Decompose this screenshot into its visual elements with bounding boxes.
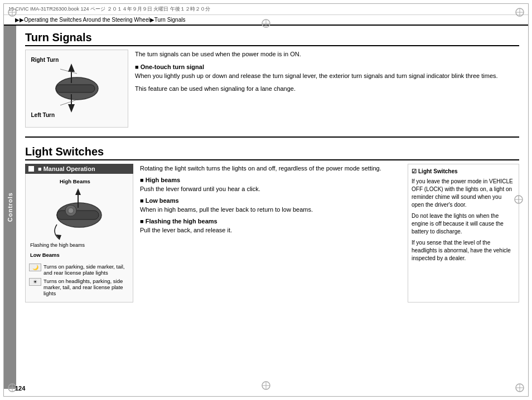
light-switches-content: ■ Manual Operation (25, 164, 519, 303)
file-header-text: 15 CIVIC IMA-31TR26300.book 124 ページ ２０１４… (8, 6, 210, 13)
section-divider (25, 136, 519, 138)
turn-diagram-svg: Right Turn Left Turn (27, 52, 127, 125)
svg-marker-25 (75, 188, 81, 195)
corner-target-tr (515, 7, 525, 17)
breadcrumb-text: ▶▶Operating the Switches Around the Stee… (15, 17, 185, 23)
side-tab: Controls (4, 26, 16, 389)
light-switches-intro: Rotating the light switch turns the ligh… (140, 164, 401, 173)
low-beams-diagram-label: Low Beams (30, 252, 60, 258)
flashing-text: Pull the lever back, and release it. (140, 227, 232, 233)
side-note-p1: If you leave the power mode in VEHICLE O… (412, 178, 515, 209)
content-body: Turn Signals (16, 26, 528, 389)
left-turn-label: Left Turn (31, 112, 55, 118)
low-beams-header: ■ Low beams (140, 197, 179, 204)
page-number: 124 (15, 385, 25, 392)
light-text-col: Rotating the light switch turns the ligh… (140, 164, 401, 303)
side-note-p2: Do not leave the lights on when the engi… (412, 212, 515, 236)
turn-signals-intro: The turn signals can be used when the po… (135, 50, 519, 59)
right-center-target (514, 194, 524, 206)
flashing-header: ■ Flashing the high beams (140, 218, 217, 225)
turn-signals-diagram: Right Turn Left Turn (25, 50, 128, 128)
main-content: Controls Turn Signals (4, 26, 528, 389)
page-outer: 15 CIVIC IMA-31TR26300.book 124 ページ ２０１４… (3, 3, 529, 397)
turn-signals-content: Right Turn Left Turn The turn signals ca… (25, 50, 519, 128)
right-turn-label: Right Turn (31, 57, 59, 63)
bottom-center-target (261, 381, 271, 392)
high-beams-text: Push the lever forward until you hear a … (140, 186, 260, 192)
side-note-title: ☑ Light Switches (412, 168, 515, 175)
icon-cell-2: ☀ (29, 278, 41, 286)
side-tab-label: Controls (7, 192, 13, 222)
feature-note: This feature can be used when signaling … (135, 84, 519, 94)
one-touch-header: ■ One-touch turn signal (135, 64, 204, 70)
light-diagram-svg: High Beams Flashing the high beams Low B… (29, 177, 129, 264)
high-beams-diagram-label: High Beams (60, 178, 90, 184)
corner-target-tl (7, 7, 17, 17)
turn-signals-section: Turn Signals (25, 31, 519, 128)
light-switches-section: Light Switches ■ Manual Operation (25, 145, 519, 303)
manual-op-title: ■ Manual Operation (25, 164, 133, 174)
high-beams-header: ■ High beams (140, 177, 180, 183)
turn-signals-title: Turn Signals (25, 31, 519, 46)
manual-op-box: ■ Manual Operation (25, 164, 133, 303)
side-note-box: ☑ Light Switches If you leave the power … (408, 164, 519, 303)
light-switches-title: Light Switches (25, 145, 519, 160)
svg-rect-13 (56, 85, 95, 92)
icon-cell-1: 🌙 (29, 264, 41, 271)
corner-target-br (515, 383, 525, 393)
icon-row-2: ☀ Turns on headlights, parking, side mar… (29, 278, 129, 296)
side-note-title-text: Light Switches (418, 168, 458, 175)
svg-marker-16 (68, 104, 75, 113)
svg-marker-14 (68, 64, 75, 72)
side-note-p3: If you sense that the level of the headl… (412, 239, 515, 262)
one-touch-text: When you lightly push up or down and rel… (135, 72, 498, 79)
svg-point-23 (68, 208, 74, 213)
icon-row-1: 🌙 Turns on parking, side marker, tail, a… (29, 264, 129, 276)
manual-op-diagram: High Beams Flashing the high beams Low B… (25, 174, 133, 303)
top-center-target (261, 18, 271, 30)
turn-signals-text: The turn signals can be used when the po… (135, 50, 519, 128)
file-header: 15 CIVIC IMA-31TR26300.book 124 ページ ２０１４… (4, 4, 528, 15)
flashing-diagram-label: Flashing the high beams (30, 242, 85, 248)
icon-text-2: Turns on headlights, parking, side marke… (43, 278, 129, 296)
icon-text-1: Turns on parking, side marker, tail, and… (43, 264, 129, 276)
svg-rect-21 (57, 211, 99, 219)
low-beams-text: When in high beams, pull the lever back … (140, 206, 313, 213)
manual-op-label: ■ Manual Operation (38, 165, 95, 172)
